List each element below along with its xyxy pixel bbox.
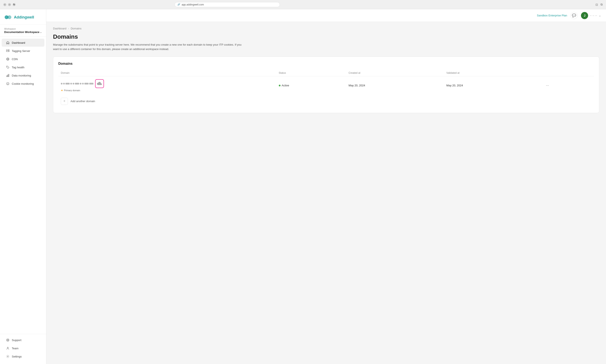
svg-point-14 (8, 83, 8, 84)
logo-text: Addingwell (14, 15, 34, 20)
created-cell: May 20, 2024 (346, 76, 444, 95)
back-button[interactable]: ← (3, 3, 6, 6)
svg-point-12 (7, 82, 9, 85)
sidebar-toggle-icon[interactable]: ⊡ (595, 3, 598, 6)
home-icon (6, 41, 10, 45)
actions-cell: ··· (542, 76, 594, 95)
tag-icon (6, 65, 10, 69)
status-active-dot (279, 85, 280, 86)
plan-badge: Sandbox Enterprise Plan (537, 14, 567, 17)
logo-icon (4, 13, 12, 21)
nav-section: Dashboard Tagging Server (0, 37, 46, 334)
link-icon: 🔗 (177, 3, 180, 6)
breadcrumb-dashboard[interactable]: Dashboard (53, 27, 67, 30)
cloudflare-icon-wrapper (95, 79, 104, 88)
sidebar-item-label: Data monitoring (12, 74, 31, 77)
domains-table: Domain Status Created at Validated at (58, 70, 594, 95)
sidebar-item-label: Tagging Server (12, 49, 30, 52)
sidebar-logo: Addingwell (0, 9, 46, 25)
col-status: Status (276, 70, 346, 76)
svg-rect-9 (7, 76, 7, 77)
chat-button[interactable]: 💬 (570, 12, 578, 19)
domains-card: Domains Domain Status Created at Validat… (53, 56, 599, 113)
domain-cell-inner: ★ Primary domain (61, 79, 274, 92)
validated-cell: May 20, 2024 (444, 76, 542, 95)
sidebar-bottom: Support Team (0, 334, 46, 364)
more-actions-button[interactable]: ··· (544, 82, 551, 89)
breadcrumb: Dashboard › Domains (53, 27, 599, 30)
account-area[interactable]: J ·· ·· ·· ⌄ (581, 12, 601, 19)
workspace-chevron-icon: ⌄ (40, 31, 42, 34)
url-text: app.addingwell.com (182, 3, 204, 6)
table-header: Domain Status Created at Validated at (58, 70, 594, 76)
address-bar[interactable]: 🔗 app.addingwell.com (175, 2, 280, 7)
table-row: ★ Primary domain Active (58, 76, 594, 95)
breadcrumb-current: Domains (71, 27, 82, 30)
account-chevron-icon: ⌄ (599, 14, 601, 17)
col-actions (542, 70, 594, 76)
workspace-name: Documentation Workspace ⌄ (4, 30, 42, 34)
primary-domain-badge: ★ Primary domain (61, 89, 274, 92)
reload-button[interactable]: ↻ (13, 3, 15, 6)
sidebar-item-support[interactable]: Support (2, 336, 44, 344)
globe-icon (6, 57, 10, 61)
add-domain-button[interactable]: + Add another domain (58, 95, 594, 108)
status-badge: Active (279, 84, 344, 87)
svg-rect-11 (8, 74, 9, 77)
col-validated: Validated at (444, 70, 542, 76)
sidebar-item-cookie-monitoring[interactable]: Cookie monitoring (2, 80, 44, 88)
card-title: Domains (58, 62, 594, 65)
page-title: Domains (53, 33, 599, 40)
sidebar-item-data-monitoring[interactable]: Data monitoring (2, 71, 44, 79)
svg-point-16 (7, 340, 8, 341)
workspace-label: Workspace (4, 27, 42, 30)
domain-masked (61, 83, 93, 84)
split-view-icon[interactable]: ⧉ (601, 3, 603, 6)
svg-point-18 (7, 356, 8, 357)
breadcrumb-sep: › (68, 27, 69, 30)
add-icon: + (61, 98, 68, 105)
server-icon (6, 49, 10, 53)
sidebar-item-label: CDN (12, 58, 18, 61)
domain-cell: ★ Primary domain (58, 76, 276, 95)
support-icon (6, 338, 10, 342)
col-domain: Domain (58, 70, 276, 76)
svg-point-4 (8, 50, 9, 50)
account-label: ·· ·· ·· (590, 14, 597, 17)
sidebar-item-label: Support (12, 338, 21, 342)
svg-point-15 (7, 339, 9, 341)
settings-icon (6, 354, 10, 358)
page-description: Manage the subdomains that point to your… (53, 43, 242, 52)
browser-right-icons: ⊡ ⧉ (595, 3, 603, 6)
svg-point-5 (8, 51, 9, 52)
sidebar-item-cdn[interactable]: CDN (2, 55, 44, 63)
forward-button[interactable]: → (8, 3, 11, 6)
main-content: Sandbox Enterprise Plan 💬 J ·· ·· ·· ⌄ D… (46, 9, 606, 364)
cookie-icon (6, 82, 10, 86)
browser-controls: ← → ↻ (3, 3, 15, 6)
svg-point-13 (7, 83, 8, 84)
browser-chrome: ← → ↻ 🔗 app.addingwell.com ⊡ ⧉ (0, 0, 606, 9)
status-text: Active (282, 84, 289, 87)
workspace-selector[interactable]: Workspace Documentation Workspace ⌄ (0, 25, 46, 37)
sidebar-item-dashboard[interactable]: Dashboard (2, 39, 44, 47)
app-header: Sandbox Enterprise Plan 💬 J ·· ·· ·· ⌄ (46, 9, 606, 22)
chart-icon (6, 74, 10, 77)
star-icon: ★ (61, 89, 63, 92)
sidebar-item-team[interactable]: Team (2, 344, 44, 352)
app-container: Addingwell Workspace Documentation Works… (0, 9, 606, 364)
sidebar-item-settings[interactable]: Settings (2, 352, 44, 360)
svg-rect-10 (8, 75, 8, 77)
svg-point-8 (7, 66, 7, 67)
col-created: Created at (346, 70, 444, 76)
team-icon (6, 346, 10, 350)
sidebar-item-tagging-server[interactable]: Tagging Server (2, 47, 44, 55)
sidebar-item-label: Tag health (12, 66, 24, 69)
add-domain-label: Add another domain (70, 100, 95, 103)
primary-label: Primary domain (64, 89, 80, 92)
sidebar-item-tag-health[interactable]: Tag health (2, 63, 44, 71)
page-body: Dashboard › Domains Domains Manage the s… (46, 22, 606, 364)
sidebar-item-label: Settings (12, 355, 22, 358)
avatar: J (581, 12, 588, 19)
sidebar-item-label: Team (12, 347, 18, 350)
